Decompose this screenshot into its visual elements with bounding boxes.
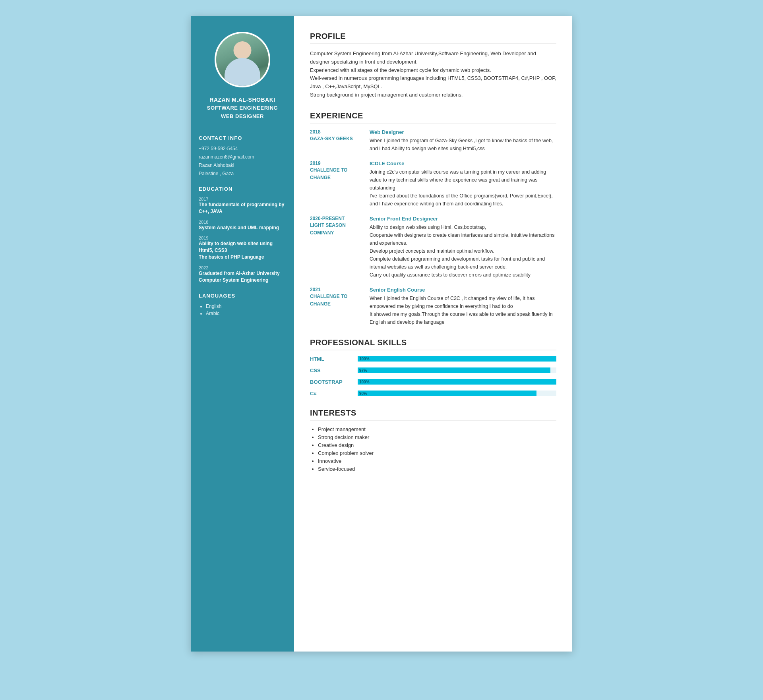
profile-text: Computer System Engineering from Al-Azha… bbox=[310, 50, 556, 99]
edu-item-3: 2022 Graduated from Al-Azhar UniversityC… bbox=[199, 265, 286, 284]
profile-section: PROFILE Computer System Engineering from… bbox=[310, 32, 556, 99]
exp-left-3: 2021 CHALLENGE TOCHANGE bbox=[310, 287, 362, 326]
skill-name-bootstrap: BOOTSTRAP bbox=[310, 379, 350, 385]
exp-role-2: Senior Front End Designeer bbox=[370, 216, 556, 222]
contact-name: Razan Alshobaki bbox=[199, 162, 286, 168]
exp-desc-2: Ability to design web sites using Html, … bbox=[370, 223, 556, 279]
interest-5: Service-focused bbox=[318, 466, 556, 472]
contact-section-title: CONTACT INFO bbox=[199, 135, 286, 141]
interest-0: Project management bbox=[318, 426, 556, 432]
edu-item-0: 2017 The fundamentals of programming by … bbox=[199, 197, 286, 215]
job-title-line1: SOFTWARE ENGINEERING bbox=[199, 104, 286, 112]
exp-desc-0: When I joined the program of Gaza-Sky Ge… bbox=[370, 137, 556, 153]
edu-item-2: 2019 Ability to design web sites using H… bbox=[199, 236, 286, 260]
avatar bbox=[215, 32, 270, 87]
interests-title: INTERESTS bbox=[310, 408, 556, 421]
experience-section: EXPERIENCE 2018 GAZA-SKY GEEKS Web Desig… bbox=[310, 111, 556, 326]
skill-html: HTML 100% bbox=[310, 356, 556, 362]
exp-year-2: 2020-PRESENT bbox=[310, 216, 362, 221]
edu-year-3: 2022 bbox=[199, 265, 286, 270]
skills-title: PROFESSIONAL SKILLS bbox=[310, 338, 556, 350]
exp-desc-3: When I joined the English Course of C2C … bbox=[370, 294, 556, 326]
exp-right-0: Web Designer When I joined the program o… bbox=[370, 129, 556, 153]
avatar-container bbox=[199, 32, 286, 87]
skill-pct-css: 97% bbox=[359, 368, 367, 373]
exp-year-1: 2019 bbox=[310, 160, 362, 166]
edu-desc-2: Ability to design web sites using Html5,… bbox=[199, 240, 286, 260]
languages-list: English Arabic bbox=[199, 304, 286, 316]
skill-pct-bootstrap: 100% bbox=[359, 380, 370, 384]
skill-bar-fill-bootstrap: 100% bbox=[358, 379, 556, 385]
edu-desc-0: The fundamentals of programming by C++, … bbox=[199, 201, 286, 215]
avatar-image bbox=[216, 33, 269, 86]
exp-company-0: GAZA-SKY GEEKS bbox=[310, 136, 353, 141]
skill-bar-bg-css: 97% bbox=[358, 367, 556, 373]
exp-right-2: Senior Front End Designeer Ability to de… bbox=[370, 216, 556, 279]
contact-phone: +972 59-592-5454 bbox=[199, 146, 286, 151]
contact-section: CONTACT INFO +972 59-592-5454 razanmazen… bbox=[199, 135, 286, 176]
interest-2: Creative design bbox=[318, 442, 556, 448]
full-name: RAZAN M.AL-SHOBAKI bbox=[199, 95, 286, 104]
exp-company-1: CHALLENGE TOCHANGE bbox=[310, 167, 347, 180]
exp-company-2: LIGHT SEASONCOMPANY bbox=[310, 222, 346, 236]
exp-role-1: ICDLE Course bbox=[370, 160, 556, 166]
skill-bar-fill-css: 97% bbox=[358, 367, 550, 373]
skill-pct-html: 100% bbox=[359, 357, 370, 361]
edu-year-0: 2017 bbox=[199, 197, 286, 201]
edu-desc-1: System Analysis and UML mapping bbox=[199, 224, 286, 231]
edu-year-2: 2019 bbox=[199, 236, 286, 240]
sidebar: RAZAN M.AL-SHOBAKI SOFTWARE ENGINEERING … bbox=[191, 16, 294, 652]
edu-desc-3: Graduated from Al-Azhar UniversityComput… bbox=[199, 270, 286, 284]
exp-role-0: Web Designer bbox=[370, 129, 556, 135]
skill-bar-fill-csharp: 90% bbox=[358, 391, 536, 396]
exp-item-2: 2020-PRESENT LIGHT SEASONCOMPANY Senior … bbox=[310, 216, 556, 279]
languages-section-title: LANGUAGES bbox=[199, 293, 286, 299]
lang-arabic: Arabic bbox=[206, 311, 286, 316]
education-section-title: EDUCATION bbox=[199, 186, 286, 192]
experience-title: EXPERIENCE bbox=[310, 111, 556, 124]
exp-right-3: Senior English Course When I joined the … bbox=[370, 287, 556, 326]
main-content: PROFILE Computer System Engineering from… bbox=[294, 16, 572, 652]
edu-item-1: 2018 System Analysis and UML mapping bbox=[199, 220, 286, 231]
skill-bootstrap: BOOTSTRAP 100% bbox=[310, 379, 556, 385]
contact-location: Palestine , Gaza bbox=[199, 171, 286, 176]
resume-container: RAZAN M.AL-SHOBAKI SOFTWARE ENGINEERING … bbox=[191, 16, 572, 652]
exp-role-3: Senior English Course bbox=[370, 287, 556, 293]
interests-list: Project management Strong decision maker… bbox=[310, 426, 556, 472]
skill-bar-fill-html: 100% bbox=[358, 356, 556, 362]
divider-1 bbox=[199, 129, 286, 129]
contact-email: razanmazen8@gmail.com bbox=[199, 154, 286, 160]
edu-year-1: 2018 bbox=[199, 220, 286, 224]
exp-left-1: 2019 CHALLENGE TOCHANGE bbox=[310, 160, 362, 208]
exp-year-0: 2018 bbox=[310, 129, 362, 135]
exp-right-1: ICDLE Course Joining c2c's computer skil… bbox=[370, 160, 556, 208]
exp-desc-1: Joining c2c's computer skills course was… bbox=[370, 168, 556, 208]
exp-left-0: 2018 GAZA-SKY GEEKS bbox=[310, 129, 362, 153]
exp-item-1: 2019 CHALLENGE TOCHANGE ICDLE Course Joi… bbox=[310, 160, 556, 208]
skill-name-csharp: C# bbox=[310, 391, 350, 396]
skill-bar-bg-html: 100% bbox=[358, 356, 556, 362]
exp-company-3: CHALLENGE TOCHANGE bbox=[310, 294, 347, 307]
exp-left-2: 2020-PRESENT LIGHT SEASONCOMPANY bbox=[310, 216, 362, 279]
interest-4: Innovative bbox=[318, 458, 556, 464]
interests-section: INTERESTS Project management Strong deci… bbox=[310, 408, 556, 472]
skill-name-html: HTML bbox=[310, 356, 350, 362]
job-title-line2: WEB DESIGNER bbox=[199, 112, 286, 121]
skills-section: PROFESSIONAL SKILLS HTML 100% CSS 97% bbox=[310, 338, 556, 396]
skill-pct-csharp: 90% bbox=[359, 391, 367, 396]
exp-item-0: 2018 GAZA-SKY GEEKS Web Designer When I … bbox=[310, 129, 556, 153]
interest-3: Complex problem solver bbox=[318, 450, 556, 456]
education-section: EDUCATION 2017 The fundamentals of progr… bbox=[199, 186, 286, 283]
skill-name-css: CSS bbox=[310, 367, 350, 373]
exp-item-3: 2021 CHALLENGE TOCHANGE Senior English C… bbox=[310, 287, 556, 326]
skill-csharp: C# 90% bbox=[310, 391, 556, 396]
interest-1: Strong decision maker bbox=[318, 434, 556, 440]
skill-bar-bg-bootstrap: 100% bbox=[358, 379, 556, 385]
exp-year-3: 2021 bbox=[310, 287, 362, 292]
lang-english: English bbox=[206, 304, 286, 309]
languages-section: LANGUAGES English Arabic bbox=[199, 293, 286, 316]
skill-css: CSS 97% bbox=[310, 367, 556, 373]
profile-title: PROFILE bbox=[310, 32, 556, 44]
name-title-block: RAZAN M.AL-SHOBAKI SOFTWARE ENGINEERING … bbox=[199, 95, 286, 121]
skill-bar-bg-csharp: 90% bbox=[358, 391, 556, 396]
